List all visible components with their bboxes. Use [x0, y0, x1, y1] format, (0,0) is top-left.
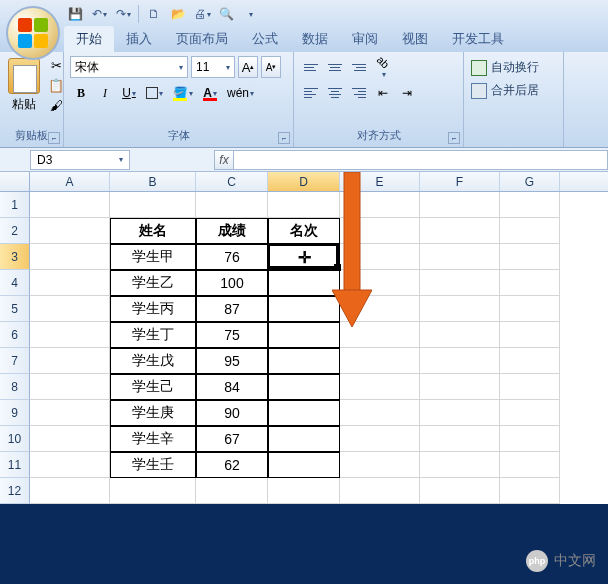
insert-function-button[interactable]: fx: [214, 150, 234, 170]
fill-color-button[interactable]: 🪣▾: [169, 82, 197, 104]
row-header-5[interactable]: 5: [0, 296, 30, 322]
cell[interactable]: [500, 270, 560, 296]
cell[interactable]: [268, 478, 340, 504]
align-bottom-button[interactable]: [348, 56, 370, 78]
cell[interactable]: [500, 374, 560, 400]
cell[interactable]: 84: [196, 374, 268, 400]
tab-开始[interactable]: 开始: [64, 26, 114, 52]
row-header-11[interactable]: 11: [0, 452, 30, 478]
cell[interactable]: [420, 270, 500, 296]
cell[interactable]: [340, 348, 420, 374]
cell[interactable]: [30, 270, 110, 296]
cell[interactable]: [340, 322, 420, 348]
tab-审阅[interactable]: 审阅: [340, 26, 390, 52]
cell[interactable]: [268, 322, 340, 348]
cell[interactable]: [30, 296, 110, 322]
cell[interactable]: 学生壬: [110, 452, 196, 478]
column-header-E[interactable]: E: [340, 172, 420, 191]
row-header-10[interactable]: 10: [0, 426, 30, 452]
qat-preview-button[interactable]: 🔍: [215, 3, 237, 25]
cell[interactable]: [110, 192, 196, 218]
column-header-A[interactable]: A: [30, 172, 110, 191]
cell[interactable]: [196, 478, 268, 504]
cell[interactable]: [340, 426, 420, 452]
paste-button[interactable]: 粘贴: [6, 56, 42, 124]
cell[interactable]: [500, 192, 560, 218]
tab-页面布局[interactable]: 页面布局: [164, 26, 240, 52]
qat-customize-button[interactable]: ▾: [239, 3, 261, 25]
column-header-C[interactable]: C: [196, 172, 268, 191]
cell[interactable]: [110, 478, 196, 504]
select-all-corner[interactable]: [0, 172, 30, 191]
cell[interactable]: [340, 374, 420, 400]
tab-数据[interactable]: 数据: [290, 26, 340, 52]
column-header-F[interactable]: F: [420, 172, 500, 191]
cell[interactable]: [268, 270, 340, 296]
cell[interactable]: 学生丙: [110, 296, 196, 322]
cell[interactable]: [500, 478, 560, 504]
cell[interactable]: [340, 270, 420, 296]
cell[interactable]: [30, 348, 110, 374]
column-header-G[interactable]: G: [500, 172, 560, 191]
cell[interactable]: 学生丁: [110, 322, 196, 348]
cell[interactable]: [30, 478, 110, 504]
cell[interactable]: [420, 322, 500, 348]
cell[interactable]: [340, 400, 420, 426]
row-header-4[interactable]: 4: [0, 270, 30, 296]
cell[interactable]: [420, 374, 500, 400]
tab-插入[interactable]: 插入: [114, 26, 164, 52]
underline-button[interactable]: U▾: [118, 82, 140, 104]
cell[interactable]: [340, 452, 420, 478]
qat-redo-button[interactable]: ↷▾: [112, 3, 134, 25]
align-right-button[interactable]: [348, 82, 370, 104]
wrap-text-button[interactable]: 自动换行: [468, 56, 559, 79]
cell[interactable]: [268, 296, 340, 322]
cell[interactable]: 学生辛: [110, 426, 196, 452]
cell[interactable]: [30, 452, 110, 478]
cell[interactable]: [340, 244, 420, 270]
formula-input[interactable]: [234, 150, 608, 170]
row-header-3[interactable]: 3: [0, 244, 30, 270]
copy-button[interactable]: 📋: [46, 76, 66, 94]
row-header-8[interactable]: 8: [0, 374, 30, 400]
bold-button[interactable]: B: [70, 82, 92, 104]
cell[interactable]: [420, 426, 500, 452]
cell[interactable]: [30, 192, 110, 218]
cell[interactable]: 学生甲: [110, 244, 196, 270]
align-top-button[interactable]: [300, 56, 322, 78]
cell[interactable]: 姓名: [110, 218, 196, 244]
font-name-select[interactable]: 宋体 ▾: [70, 56, 188, 78]
cell[interactable]: [420, 244, 500, 270]
cell[interactable]: 67: [196, 426, 268, 452]
column-header-D[interactable]: D: [268, 172, 340, 191]
font-expand-button[interactable]: ⌐: [278, 132, 290, 144]
cell[interactable]: [420, 452, 500, 478]
row-header-9[interactable]: 9: [0, 400, 30, 426]
tab-开发工具[interactable]: 开发工具: [440, 26, 516, 52]
cell[interactable]: [30, 426, 110, 452]
cell[interactable]: [340, 218, 420, 244]
cell[interactable]: [30, 244, 110, 270]
format-painter-button[interactable]: 🖌: [46, 96, 66, 114]
row-header-7[interactable]: 7: [0, 348, 30, 374]
tab-视图[interactable]: 视图: [390, 26, 440, 52]
cell[interactable]: [196, 192, 268, 218]
italic-button[interactable]: I: [94, 82, 116, 104]
cell[interactable]: [30, 400, 110, 426]
cell[interactable]: 名次: [268, 218, 340, 244]
cell[interactable]: [420, 348, 500, 374]
cell[interactable]: [340, 192, 420, 218]
cell[interactable]: [420, 218, 500, 244]
column-header-B[interactable]: B: [110, 172, 196, 191]
cell[interactable]: 学生乙: [110, 270, 196, 296]
qat-new-button[interactable]: 🗋: [143, 3, 165, 25]
cell[interactable]: [500, 400, 560, 426]
decrease-font-button[interactable]: A▾: [261, 56, 281, 78]
font-color-button[interactable]: A▾: [199, 82, 221, 104]
align-left-button[interactable]: [300, 82, 322, 104]
align-middle-button[interactable]: [324, 56, 346, 78]
qat-print-button[interactable]: 🖨▾: [191, 3, 213, 25]
cell[interactable]: [500, 218, 560, 244]
cut-button[interactable]: ✂: [46, 56, 66, 74]
cell[interactable]: [500, 452, 560, 478]
